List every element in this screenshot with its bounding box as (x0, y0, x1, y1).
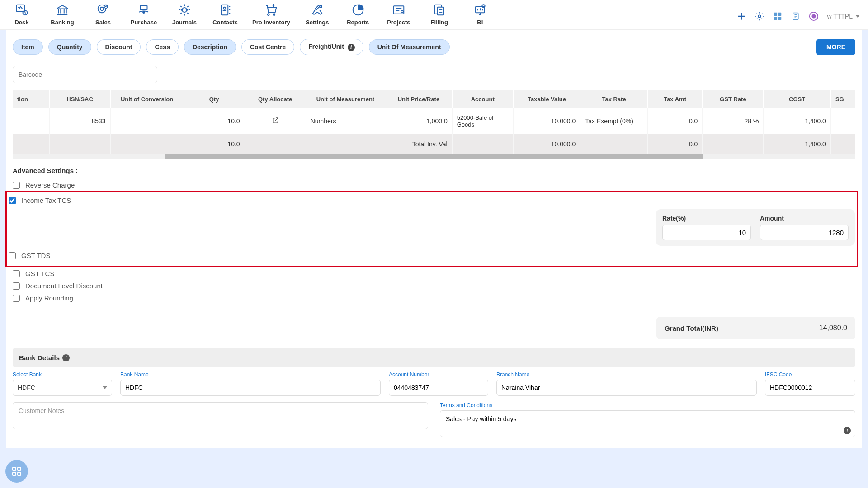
add-icon[interactable] (736, 11, 746, 21)
bi-icon (473, 3, 487, 17)
svg-point-6 (143, 11, 145, 13)
chip-uom[interactable]: Unit Of Measurement (369, 39, 450, 55)
nav-purchase[interactable]: Purchase (130, 3, 157, 29)
new-badge-icon[interactable] (809, 11, 819, 21)
nav-proinventory[interactable]: Pro Inventory (252, 3, 290, 29)
items-grid: tion HSN/SAC Unit of Conversion Qty Qty … (13, 90, 855, 159)
svg-point-8 (182, 9, 183, 11)
column-chips: Item Quantity Discount Cess Description … (13, 39, 855, 55)
terms-input[interactable]: Sales - Pay within 5 days (440, 410, 855, 437)
chevron-down-icon (103, 386, 107, 389)
account-dropdown[interactable]: w TTTPL (827, 13, 860, 20)
grid-row[interactable]: 8533 10.0 Numbers 1,000.0 52000-Sale of … (13, 108, 855, 134)
barcode-input[interactable] (13, 66, 157, 83)
tcs-rate-input[interactable] (662, 225, 751, 240)
account-label: w TTTPL (827, 13, 853, 20)
nav-desk[interactable]: Desk (8, 3, 35, 29)
svg-point-3 (100, 7, 104, 11)
svg-point-13 (273, 14, 275, 15)
purchase-icon (137, 3, 151, 17)
tcs-amount-input[interactable] (760, 225, 849, 240)
settings-icon (310, 3, 325, 17)
inventory-icon (264, 3, 278, 17)
clipboard-icon[interactable] (791, 11, 801, 21)
info-icon[interactable]: i (844, 427, 851, 434)
account-number-input[interactable] (389, 380, 488, 396)
grand-total: Grand Total(INR) 14,080.0 (656, 317, 855, 339)
nav-banking[interactable]: Banking (49, 3, 76, 29)
banking-icon (55, 3, 70, 17)
contacts-icon (218, 3, 232, 17)
check-gst-tcs[interactable]: GST TCS (13, 267, 855, 280)
more-button[interactable]: MORE (816, 39, 855, 55)
reports-icon (351, 3, 365, 17)
svg-point-21 (759, 15, 761, 18)
grid-header: tion HSN/SAC Unit of Conversion Qty Qty … (13, 90, 855, 108)
check-rounding[interactable]: Apply Rounding (13, 292, 855, 304)
customer-notes-input[interactable] (13, 402, 428, 429)
svg-point-28 (812, 14, 816, 18)
desk-icon (14, 3, 29, 17)
svg-rect-24 (774, 16, 777, 19)
svg-rect-25 (778, 16, 781, 19)
check-income-tax-tcs[interactable]: Income Tax TCS (9, 194, 855, 206)
nav-projects[interactable]: Projects (385, 3, 412, 29)
svg-rect-22 (774, 12, 777, 15)
nav-journals[interactable]: Journals (171, 3, 198, 29)
grid-totals: 10.0 Total Inv. Val 10,000.0 0.0 1,400.0 (13, 134, 855, 154)
chevron-down-icon (855, 15, 860, 18)
svg-point-11 (223, 7, 226, 9)
projects-icon (392, 3, 406, 17)
check-doc-discount[interactable]: Document Level Discount (13, 280, 855, 292)
highlight-tcs: Income Tax TCS Rate(%) Amount GST TDS (5, 191, 858, 267)
chip-cess[interactable]: Cess (146, 39, 178, 55)
bank-name-input[interactable] (120, 380, 381, 396)
svg-rect-10 (221, 5, 228, 15)
tcs-rate-field: Rate(%) (662, 215, 751, 240)
chip-description[interactable]: Description (184, 39, 236, 55)
filling-icon (432, 3, 447, 17)
svg-point-20 (482, 5, 485, 7)
advanced-settings: Advanced Settings : Reverse Charge Incom… (13, 167, 855, 304)
nav-settings[interactable]: Settings (304, 3, 331, 29)
nav-items: Desk Banking Sales Purchase Journals Con… (8, 3, 494, 29)
app-header: Desk Banking Sales Purchase Journals Con… (0, 0, 868, 30)
tcs-amount-field: Amount (760, 215, 849, 240)
chip-discount[interactable]: Discount (97, 39, 141, 55)
svg-point-12 (268, 14, 269, 15)
content: Item Quantity Discount Cess Description … (6, 30, 862, 448)
branch-name-input[interactable] (496, 380, 757, 396)
nav-filling[interactable]: Filling (426, 3, 453, 29)
journals-icon (177, 3, 192, 17)
chip-quantity[interactable]: Quantity (48, 39, 91, 55)
gear-icon[interactable] (755, 11, 764, 21)
svg-rect-23 (778, 12, 781, 15)
svg-rect-5 (141, 5, 147, 10)
check-reverse-charge[interactable]: Reverse Charge (13, 179, 855, 191)
calculator-icon[interactable] (773, 11, 783, 21)
bank-header: Bank Details i (13, 348, 855, 367)
header-right: w TTTPL (736, 11, 860, 21)
info-icon: i (348, 44, 355, 51)
svg-point-14 (320, 5, 322, 8)
chip-costcentre[interactable]: Cost Centre (241, 39, 294, 55)
ifsc-input[interactable] (765, 380, 855, 396)
bank-section: Bank Details i Select Bank HDFC Bank Nam… (13, 348, 855, 439)
svg-rect-18 (437, 7, 444, 15)
advanced-settings-title: Advanced Settings : (13, 167, 855, 174)
nav-sales[interactable]: Sales (90, 3, 117, 29)
nav-contacts[interactable]: Contacts (212, 3, 239, 29)
nav-bi[interactable]: BI (467, 3, 494, 29)
horizontal-scrollbar[interactable] (13, 154, 855, 159)
check-gst-tds[interactable]: GST TDS (9, 249, 855, 262)
svg-point-9 (186, 9, 188, 11)
tcs-panel: Rate(%) Amount (656, 209, 855, 246)
nav-reports[interactable]: Reports (344, 3, 372, 29)
allocate-icon[interactable] (271, 117, 279, 125)
sales-icon (96, 3, 110, 17)
svg-point-16 (401, 10, 403, 13)
select-bank-dropdown[interactable]: HDFC (13, 380, 112, 396)
chip-item[interactable]: Item (13, 39, 43, 55)
info-icon[interactable]: i (62, 354, 70, 361)
chip-freight[interactable]: Freight/Unit i (300, 39, 363, 55)
